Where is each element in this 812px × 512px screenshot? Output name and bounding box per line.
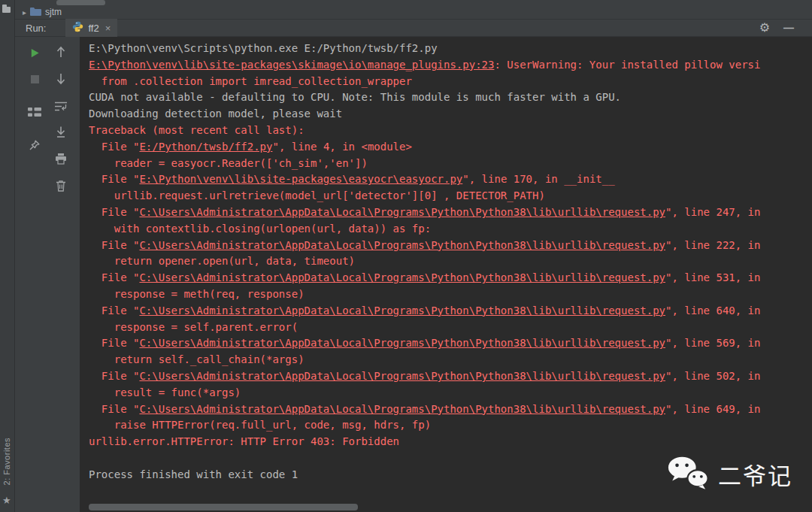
console-text: Traceback (most recent call last): xyxy=(89,124,304,136)
project-tree-item[interactable]: ▸ sjtm xyxy=(23,5,62,19)
console-line: response = self.parent.error( xyxy=(89,320,812,336)
console-text: ", line 222, in xyxy=(665,239,760,251)
python-icon xyxy=(72,21,83,35)
console-text: ", line 4, in <module> xyxy=(272,141,411,153)
console-text: Downloading detection model, please wait xyxy=(89,108,342,120)
console-text: File " xyxy=(89,271,139,283)
project-panel-remnant: ▸ sjtm xyxy=(15,0,812,19)
run-label: Run: xyxy=(26,23,46,34)
run-toolbar xyxy=(15,37,80,512)
arrow-down-icon xyxy=(56,72,66,85)
console-text: ", line 640, in xyxy=(665,304,760,317)
console-file-link[interactable]: C:\Users\Administrator\AppData\Local\Pro… xyxy=(139,370,665,382)
scrollbar-thumb[interactable] xyxy=(56,0,105,5)
console-text: from .collection import imread_collectio… xyxy=(89,75,412,87)
console-text: CUDA not available - defaulting to CPU. … xyxy=(89,91,621,103)
scroll-to-end-button[interactable] xyxy=(52,123,70,141)
console-line: urllib.error.HTTPError: HTTP Error 403: … xyxy=(89,434,812,450)
console-file-link[interactable]: E:/Python/twsb/ff2.py xyxy=(139,141,272,153)
console-line: Downloading detection model, please wait xyxy=(89,106,812,123)
console-line: E:\Python\venv\lib\site-packages\skimage… xyxy=(89,57,812,74)
console-file-link[interactable]: C:\Users\Administrator\AppData\Local\Pro… xyxy=(139,271,665,283)
soft-wrap-icon xyxy=(54,101,68,112)
console-line: File "C:\Users\Administrator\AppData\Loc… xyxy=(89,238,812,254)
console-text: ", line 170, in __init__ xyxy=(462,173,614,185)
tree-item-label: sjtm xyxy=(45,7,62,17)
console-text: response = meth(req, response) xyxy=(89,288,304,300)
console-file-link[interactable]: C:\Users\Administrator\AppData\Local\Pro… xyxy=(139,239,665,251)
console-text: Process finished with exit code 1 xyxy=(89,468,298,480)
console-text: reader = easyocr.Reader(['ch_sim','en']) xyxy=(89,157,368,169)
close-icon[interactable]: × xyxy=(105,23,111,34)
scroll-to-end-icon xyxy=(56,126,66,138)
console-text: result = func(*args) xyxy=(89,386,241,398)
star-icon: ★ xyxy=(2,495,11,506)
header-actions: ⚙ — xyxy=(759,22,812,34)
rerun-icon xyxy=(29,47,41,59)
console-line: File "C:\Users\Administrator\AppData\Loc… xyxy=(89,204,812,221)
console-line: return self._call_chain(*args) xyxy=(89,352,812,368)
console-text: File " xyxy=(89,141,139,153)
console-line: urllib.request.urlretrieve(model_url['de… xyxy=(89,188,812,204)
console-line: from .collection import imread_collectio… xyxy=(89,74,812,90)
run-toolwindow-header: Run: ff2 × ⚙ — xyxy=(15,19,812,37)
console-text: urllib.error.HTTPError: HTTP Error 403: … xyxy=(89,435,399,447)
console-line: response = meth(req, response) xyxy=(89,286,812,303)
console-text: ", line 649, in xyxy=(665,403,760,415)
console-text: E:\Python\venv\Scripts\python.exe E:/Pyt… xyxy=(89,42,438,54)
console-line: File "C:\Users\Administrator\AppData\Loc… xyxy=(89,303,812,320)
console-line: File "C:\Users\Administrator\AppData\Loc… xyxy=(89,335,812,352)
rerun-button[interactable] xyxy=(26,44,44,62)
console-line: reader = easyocr.Reader(['ch_sim','en']) xyxy=(89,156,812,172)
pin-tab-button[interactable] xyxy=(26,136,44,154)
stop-button[interactable] xyxy=(26,70,44,88)
console-text: ", line 247, in xyxy=(665,206,760,218)
run-tab-title: ff2 xyxy=(88,23,98,34)
console-file-link[interactable]: C:\Users\Administrator\AppData\Local\Pro… xyxy=(139,206,665,218)
console-text: urllib.request.urlretrieve(model_url['de… xyxy=(89,189,545,201)
console-text: File " xyxy=(89,239,139,251)
console-line: E:\Python\venv\Scripts\python.exe E:/Pyt… xyxy=(89,41,812,57)
console-text: File " xyxy=(89,403,139,415)
console-text: File " xyxy=(89,337,139,349)
run-tab-ff2[interactable]: ff2 × xyxy=(65,19,117,37)
console-line: File "C:\Users\Administrator\AppData\Loc… xyxy=(89,270,812,286)
horizontal-scrollbar-thumb[interactable] xyxy=(89,504,358,510)
up-stack-trace-button[interactable] xyxy=(52,43,70,61)
pin-icon xyxy=(29,139,41,151)
down-stack-trace-button[interactable] xyxy=(52,69,70,87)
console-file-link[interactable]: C:\Users\Administrator\AppData\Local\Pro… xyxy=(139,304,665,317)
clear-all-button[interactable] xyxy=(52,177,70,195)
console-line: return opener.open(url, data, timeout) xyxy=(89,253,812,270)
console-file-link[interactable]: E:\Python\venv\lib\site-packages\skimage… xyxy=(89,59,494,71)
toolwindow-corner-icon[interactable] xyxy=(2,3,12,17)
console-file-link[interactable]: E:\Python\venv\lib\site-packages\easyocr… xyxy=(139,173,462,185)
console-text: raise HTTPError(req.full_url, code, msg,… xyxy=(89,419,431,431)
soft-wrap-button[interactable] xyxy=(52,97,70,115)
hide-panel-icon[interactable]: — xyxy=(783,23,794,33)
arrow-up-icon xyxy=(56,46,66,59)
console-text: ", line 502, in xyxy=(665,370,760,382)
restore-layout-button[interactable] xyxy=(26,103,44,121)
console-file-link[interactable]: C:\Users\Administrator\AppData\Local\Pro… xyxy=(139,403,665,415)
console-text: File " xyxy=(89,173,139,185)
printer-icon xyxy=(55,153,67,165)
console-line xyxy=(89,450,812,467)
console-file-link[interactable]: C:\Users\Administrator\AppData\Local\Pro… xyxy=(139,337,665,349)
console-line: Traceback (most recent call last): xyxy=(89,123,812,139)
stop-icon xyxy=(30,74,40,84)
console-text: File " xyxy=(89,370,139,382)
console-line: Process finished with exit code 1 xyxy=(89,467,812,483)
gear-icon[interactable]: ⚙ xyxy=(759,22,770,34)
console-line: result = func(*args) xyxy=(89,385,812,401)
restore-layout-icon xyxy=(28,107,41,117)
console-line: raise HTTPError(req.full_url, code, msg,… xyxy=(89,417,812,434)
console-output[interactable]: E:\Python\venv\Scripts\python.exe E:/Pyt… xyxy=(80,37,812,512)
favorites-stripe-button[interactable]: 2: Favorites xyxy=(2,438,11,485)
console-text: with contextlib.closing(urlopen(url, dat… xyxy=(89,223,431,235)
print-button[interactable] xyxy=(52,150,70,168)
console-text: : UserWarning: Your installed pillow ver… xyxy=(494,59,760,71)
console-line: with contextlib.closing(urlopen(url, dat… xyxy=(89,221,812,238)
console-text: response = self.parent.error( xyxy=(89,321,298,333)
console-text: File " xyxy=(89,304,139,317)
